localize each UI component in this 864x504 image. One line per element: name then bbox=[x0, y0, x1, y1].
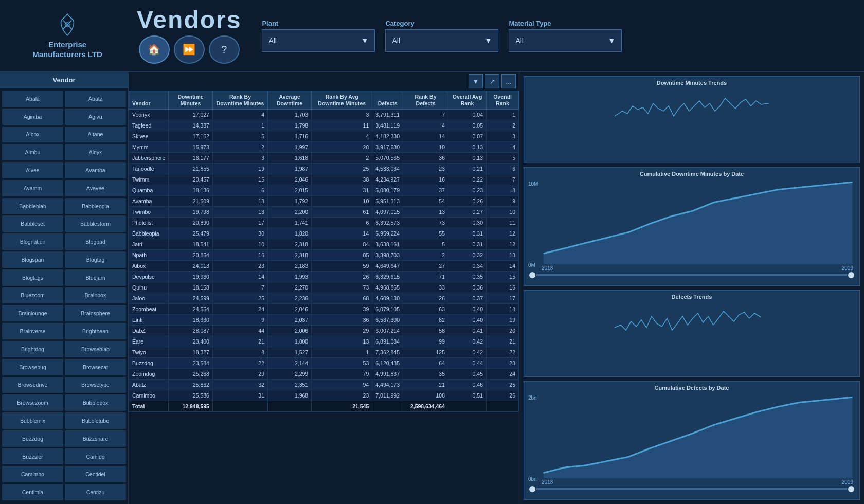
vendor-list-item[interactable]: Buzzsler bbox=[2, 448, 63, 465]
table-cell: 0.45 bbox=[448, 369, 487, 380]
vendor-list-item[interactable]: Brainlounge bbox=[2, 305, 63, 321]
vendor-list-item[interactable]: Centizu bbox=[65, 484, 126, 500]
vendor-list-item[interactable]: Buzzdog bbox=[2, 430, 63, 447]
table-cell: Jaloo bbox=[129, 293, 169, 304]
cum-defects-slider-right[interactable] bbox=[848, 486, 854, 492]
slider-left-dot[interactable] bbox=[529, 272, 535, 278]
vendor-list-item[interactable]: Centimia bbox=[2, 484, 63, 500]
category-select[interactable]: All ▼ bbox=[385, 29, 498, 52]
table-row[interactable]: Mymm15,97321,997283,917,630100.134 bbox=[129, 142, 519, 153]
table-row[interactable]: Eare23,400211,800136,891,084990.4221 bbox=[129, 336, 519, 347]
vendor-list-item[interactable]: Blogspan bbox=[2, 251, 63, 268]
vendor-list-item[interactable]: Brainsphere bbox=[65, 305, 126, 321]
table-row[interactable]: Npath20,864162,318853,398,70320.3213 bbox=[129, 250, 519, 261]
table-cell: 2 bbox=[212, 142, 267, 153]
forward-button[interactable]: ⏩ bbox=[174, 35, 205, 64]
table-cell: 3,791,311 bbox=[372, 110, 403, 120]
table-cell: 54 bbox=[403, 196, 448, 207]
vendor-list-item[interactable]: Bubblemix bbox=[2, 412, 63, 429]
table-row[interactable]: Quamba18,13662,015315,080,179370.238 bbox=[129, 185, 519, 196]
vendor-list-item[interactable]: Centidel bbox=[65, 466, 126, 482]
material-type-select[interactable]: All ▼ bbox=[509, 29, 622, 52]
vendor-list-item[interactable]: Brainbox bbox=[65, 287, 126, 304]
vendor-list-item[interactable]: Blognation bbox=[2, 233, 63, 250]
table-row[interactable]: Camimbo25,586311,968237,011,9921080.5126 bbox=[129, 390, 519, 401]
vendor-list-item[interactable]: Blogtags bbox=[2, 269, 63, 286]
vendor-list-item[interactable]: Agimba bbox=[2, 109, 63, 125]
table-total-cell: 12,948,595 bbox=[169, 401, 213, 412]
table-row[interactable]: Twimm20,457152,046384,234,927160.227 bbox=[129, 174, 519, 185]
table-row[interactable]: Einti18,33092,037366,537,300820.4019 bbox=[129, 315, 519, 326]
table-row[interactable]: Twiyo18,32781,52717,362,8451250.4222 bbox=[129, 347, 519, 358]
table-row[interactable]: DabZ28,087442,006296,007,214580.4120 bbox=[129, 326, 519, 336]
table-row[interactable]: Jabbersphere16,17731,61825,070,565360.13… bbox=[129, 153, 519, 164]
table-row[interactable]: Zoombeat24,554242,046396,079,105630.4018 bbox=[129, 304, 519, 315]
vendor-list-item[interactable]: Browsezoom bbox=[2, 394, 63, 411]
vendor-list-item[interactable]: Ainyx bbox=[65, 144, 126, 160]
slider-right-dot[interactable] bbox=[848, 272, 854, 278]
vendor-list-item[interactable]: Brainverse bbox=[2, 323, 63, 339]
cum-defects-slider-left[interactable] bbox=[529, 486, 535, 492]
vendor-list-item[interactable]: Aitane bbox=[65, 127, 126, 143]
vendor-list-item[interactable]: Avamba bbox=[65, 162, 126, 178]
table-row[interactable]: Twimbo19,798132,200614,097,015130.2710 bbox=[129, 207, 519, 218]
table-wrapper[interactable]: VendorDowntime MinutesRank By Downtime M… bbox=[129, 91, 519, 504]
table-row[interactable]: Jaloo24,599252,236684,609,130260.3717 bbox=[129, 293, 519, 304]
vendor-list-item[interactable]: Avamm bbox=[2, 180, 63, 196]
table-cell: 4,649,647 bbox=[372, 261, 403, 272]
table-cell: 30 bbox=[212, 228, 267, 239]
vendor-list-item[interactable]: Blogpad bbox=[65, 233, 126, 250]
vendor-list-item[interactable]: Agivu bbox=[65, 109, 126, 125]
plant-select[interactable]: All ▼ bbox=[262, 29, 375, 52]
vendor-list-item[interactable]: Blogtag bbox=[65, 251, 126, 268]
vendor-list-item[interactable]: Babbleblab bbox=[2, 198, 63, 214]
vendor-list-item[interactable]: Aimbu bbox=[2, 144, 63, 160]
table-row[interactable]: Babbleopia25,479301,820145,959,224550.31… bbox=[129, 228, 519, 239]
home-button[interactable]: 🏠 bbox=[139, 35, 170, 64]
table-row[interactable]: Tanoodle21,855191,987254,533,034230.216 bbox=[129, 164, 519, 174]
vendor-list-item[interactable]: Avavee bbox=[65, 180, 126, 196]
table-row[interactable]: Zoomdog25,268292,299794,991,837350.4524 bbox=[129, 369, 519, 380]
more-icon-btn[interactable]: ... bbox=[501, 74, 516, 88]
table-cell: 125 bbox=[403, 347, 448, 358]
table-cell: 23,400 bbox=[169, 336, 213, 347]
vendor-list-item[interactable]: Babbleset bbox=[2, 215, 63, 232]
vendor-list-item[interactable]: Bluejam bbox=[65, 269, 126, 286]
table-cell: 14 bbox=[312, 228, 372, 239]
vendor-list-item[interactable]: Aibox bbox=[2, 127, 63, 143]
vendor-list-item[interactable]: Bluezoom bbox=[2, 287, 63, 304]
vendor-list-item[interactable]: Browsebug bbox=[2, 359, 63, 375]
vendor-list-item[interactable]: Bubbletube bbox=[65, 412, 126, 429]
vendor-list-item[interactable]: Browsecat bbox=[65, 359, 126, 375]
table-row[interactable]: Photolist20,890171,74166,392,573730.3011 bbox=[129, 218, 519, 228]
filter-icon-btn[interactable]: ▼ bbox=[469, 74, 483, 88]
table-row[interactable]: Buzzdog23,584222,144536,120,435640.4423 bbox=[129, 358, 519, 369]
table-row[interactable]: Devpulse19,930141,993266,329,615710.3515 bbox=[129, 272, 519, 282]
table-row[interactable]: Abatz25,862322,351944,494,173210.4625 bbox=[129, 380, 519, 390]
vendor-list-item[interactable]: Bubblebox bbox=[65, 394, 126, 411]
table-row[interactable]: Skivee17,16251,71644,182,330140.073 bbox=[129, 131, 519, 142]
table-row[interactable]: Tagfeed14,38711,798113,481,11940.052 bbox=[129, 120, 519, 131]
vendor-list-item[interactable]: Brightdog bbox=[2, 341, 63, 357]
table-row[interactable]: Avamba21,509181,792105,951,313540.269 bbox=[129, 196, 519, 207]
vendor-list-item[interactable]: Camido bbox=[65, 448, 126, 465]
vendor-list-item[interactable]: Babbleopia bbox=[65, 198, 126, 214]
vendor-list-item[interactable]: Browseblab bbox=[65, 341, 126, 357]
help-button[interactable]: ? bbox=[209, 35, 240, 64]
vendor-list-item[interactable]: Browsedrive bbox=[2, 377, 63, 393]
vendor-list-item[interactable]: Aivee bbox=[2, 162, 63, 178]
vendor-list-item[interactable]: Brightbean bbox=[65, 323, 126, 339]
table-row[interactable]: Jatri18,541102,318843,638,16150.3112 bbox=[129, 239, 519, 250]
export-icon-btn[interactable]: ↗ bbox=[485, 74, 499, 88]
vendor-list-item[interactable]: Browsetype bbox=[65, 377, 126, 393]
vendor-list-item[interactable]: Babblestorm bbox=[65, 215, 126, 232]
vendor-list-item[interactable]: Camimbo bbox=[2, 466, 63, 482]
vendor-list-item[interactable]: Abala bbox=[2, 91, 63, 107]
table-cell: 36 bbox=[403, 153, 448, 164]
vendor-list-item[interactable]: Buzzshare bbox=[65, 430, 126, 447]
table-row[interactable]: Quinu18,15872,270734,968,865330.3616 bbox=[129, 282, 519, 293]
table-row[interactable]: Voonyx17,02741,70333,791,31170.041 bbox=[129, 110, 519, 120]
table-cell: 68 bbox=[312, 293, 372, 304]
vendor-list-item[interactable]: Abatz bbox=[65, 91, 126, 107]
table-row[interactable]: Aibox24,013232,183594,649,647270.3414 bbox=[129, 261, 519, 272]
